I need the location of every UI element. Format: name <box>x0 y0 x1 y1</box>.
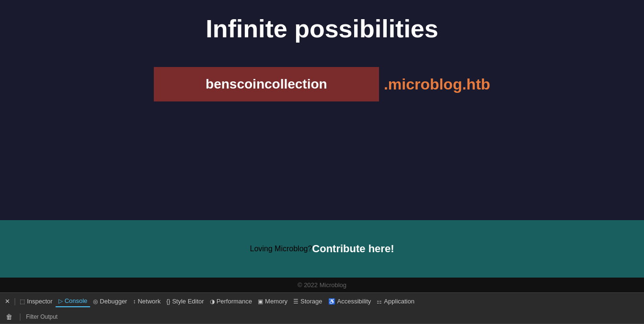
debugger-icon: ◎ <box>93 298 98 305</box>
subdomain-container: .microblog.htb <box>154 67 490 101</box>
tab-debugger[interactable]: ◎ Debugger <box>90 296 130 307</box>
domain-suffix: .microblog.htb <box>379 76 490 93</box>
hero-title: Infinite possibilities <box>206 14 438 43</box>
inspector-icon: ⬚ <box>20 298 25 305</box>
console-area: 🗑 | Filter Output Resource URL: http://m… <box>0 310 644 324</box>
tab-memory[interactable]: ▣ Memory <box>255 296 290 307</box>
tab-performance-label: Performance <box>217 298 252 305</box>
console-clear-button[interactable]: 🗑 <box>4 312 14 322</box>
tab-storage[interactable]: ☰ Storage <box>290 296 325 307</box>
application-icon: ⚏ <box>377 298 382 305</box>
style-editor-icon: {} <box>166 298 170 305</box>
tab-network[interactable]: ↕ Network <box>130 296 163 307</box>
tab-storage-label: Storage <box>300 298 322 305</box>
network-icon: ↕ <box>133 298 136 305</box>
tab-performance[interactable]: ◑ Performance <box>207 296 255 307</box>
main-page: Infinite possibilities .microblog.htb <box>0 0 644 220</box>
contribute-section: Loving Microblog? Contribute here! <box>0 220 644 278</box>
devtools-toolbar: ✕ | ⬚ Inspector ▷ Console ◎ Debugger ↕ N… <box>0 292 644 310</box>
subdomain-input[interactable] <box>154 67 379 101</box>
tab-inspector[interactable]: ⬚ Inspector <box>17 296 55 307</box>
filter-output-label: Filter Output <box>26 313 58 320</box>
tab-network-label: Network <box>138 298 161 305</box>
copyright-bar: © 2022 Microblog <box>0 278 644 292</box>
tab-console[interactable]: ▷ Console <box>56 295 91 307</box>
storage-icon: ☰ <box>293 298 299 305</box>
tab-style-editor[interactable]: {} Style Editor <box>163 296 207 307</box>
tab-inspector-label: Inspector <box>27 298 52 305</box>
tab-debugger-label: Debugger <box>100 298 127 305</box>
tab-accessibility-label: Accessibility <box>337 298 371 305</box>
devtools-close-button[interactable]: ✕ <box>2 296 13 307</box>
performance-icon: ◑ <box>210 298 215 305</box>
console-toolbar: 🗑 | Filter Output <box>0 310 644 324</box>
tab-application-label: Application <box>384 298 414 305</box>
copyright-text: © 2022 Microblog <box>298 281 346 289</box>
accessibility-icon: ♿ <box>328 298 335 305</box>
tab-memory-label: Memory <box>265 298 288 305</box>
tab-application[interactable]: ⚏ Application <box>374 296 417 307</box>
tab-accessibility[interactable]: ♿ Accessibility <box>325 296 374 307</box>
tab-console-label: Console <box>65 297 88 304</box>
memory-icon: ▣ <box>258 298 263 305</box>
tab-style-editor-label: Style Editor <box>172 298 204 305</box>
contribute-link[interactable]: Contribute here! <box>312 243 394 255</box>
contribute-static-text: Loving Microblog? <box>250 245 312 253</box>
console-icon: ▷ <box>58 298 63 304</box>
